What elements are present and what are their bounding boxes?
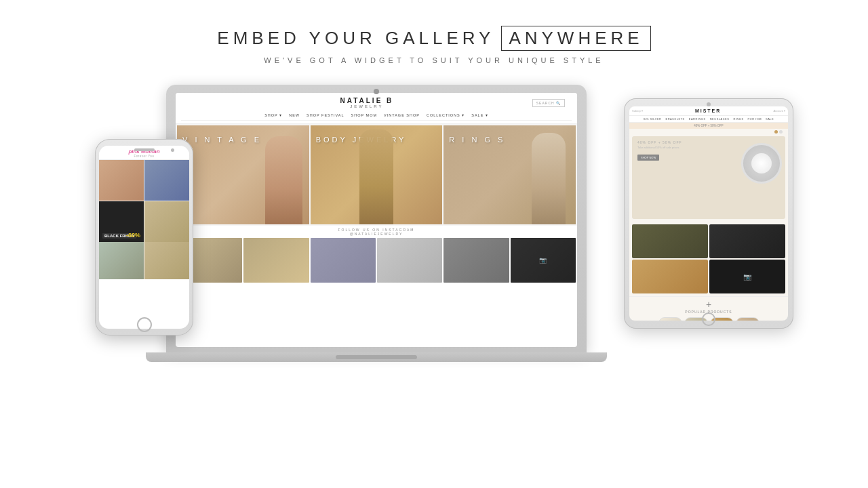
insta-overlay: 📷: [511, 238, 576, 283]
tablet-nav: Subtop ▾ MISTER Account ▾: [629, 106, 788, 116]
phone-grid: BLACK FRIDAY -60%: [99, 160, 189, 242]
laptop-search[interactable]: SEARCH 🔍: [532, 99, 565, 107]
insta-thumb-6: 📷: [511, 238, 576, 283]
tablet-ring-inner: [751, 153, 772, 174]
product-4[interactable]: [736, 317, 760, 321]
tablet-outer: Subtop ▾ MISTER Account ▾ 925 SILVER BRA…: [624, 98, 793, 329]
hero-panel-body: BODY JEWELRY: [311, 125, 443, 224]
tablet-cell-1: [632, 224, 708, 258]
phone-cell-1: [99, 160, 144, 201]
phone-cell-3: BLACK FRIDAY -60%: [99, 201, 144, 242]
insta-thumb-3: [311, 238, 376, 283]
headline-boxed: ANYWHERE: [501, 26, 650, 51]
phone-outer: pink woman Forever You BLACK FRIDAY -60%: [95, 139, 193, 336]
insta-thumb-5: [443, 238, 509, 283]
product-1[interactable]: [658, 317, 682, 321]
figure-shape-1: [265, 136, 302, 224]
instagram-icon: 📷: [743, 273, 751, 281]
tablet-promo: 40% OFF + 50% OFF Take additional 50% of…: [632, 136, 785, 219]
phone-camera: [171, 148, 174, 152]
laptop-camera: [374, 89, 379, 94]
tablet-home-button[interactable]: [702, 312, 715, 326]
laptop: NATALIE B JEWELRY SEARCH 🔍 SHOP ▾ NEW SH…: [166, 85, 587, 376]
figure-shape-3: [532, 133, 566, 224]
tablet-image-grid: 📷: [629, 222, 788, 296]
subheadline: WE'VE GOT A WIDGET TO SUIT YOUR UNIQUE S…: [217, 56, 650, 64]
hero-panel-rings: R I N G S: [443, 125, 576, 224]
phone-cell-2: [144, 160, 189, 201]
tablet-sale-banner: 40% OFF + 50% OFF: [629, 123, 788, 129]
dot-2: [779, 130, 783, 134]
phone-cell-4: [144, 201, 189, 242]
insta-thumb-2: [243, 238, 309, 283]
hero-panel-vintage: V I N T A G E: [177, 125, 309, 224]
figure-shape-2: [359, 129, 393, 224]
hero-text-vintage: V I N T A G E: [182, 136, 262, 144]
instagram-label: FOLLOW US ON INSTAGRAM @NATALIEJEWELRY: [176, 226, 577, 237]
devices-container: NATALIE B JEWELRY SEARCH 🔍 SHOP ▾ NEW SH…: [61, 78, 807, 451]
tablet-ring-image: [741, 143, 782, 184]
laptop-nav-links: SHOP ▾ NEW SHOP FESTIVAL SHOP MOM VINTAG…: [181, 110, 572, 121]
tablet-main: 40% OFF + 50% OFF Take additional 50% of…: [629, 134, 788, 222]
laptop-base: [146, 352, 607, 362]
headline-text: EMBED YOUR GALLERY: [217, 28, 494, 49]
tablet-dots: [629, 129, 788, 134]
tablet-camera: [707, 102, 711, 106]
insta-thumb-4: [377, 238, 442, 283]
tablet-cell-3: [632, 260, 708, 293]
next-arrow[interactable]: ›: [762, 321, 764, 321]
laptop-hero: V I N T A G E BODY JEWELRY R I N G S: [176, 124, 577, 226]
plus-icon: +: [629, 300, 788, 309]
headline: EMBED YOUR GALLERY ANYWHERE: [217, 26, 650, 51]
laptop-screen: NATALIE B JEWELRY SEARCH 🔍 SHOP ▾ NEW SH…: [176, 93, 577, 347]
tablet: Subtop ▾ MISTER Account ▾ 925 SILVER BRA…: [624, 98, 793, 329]
phone-screen: pink woman Forever You BLACK FRIDAY -60%: [99, 146, 189, 329]
laptop-brand: NATALIE B: [340, 97, 393, 104]
tablet-screen: Subtop ▾ MISTER Account ▾ 925 SILVER BRA…: [629, 106, 788, 321]
prev-arrow[interactable]: ‹: [654, 321, 656, 321]
phone-logo-sub: Forever You: [99, 155, 189, 158]
hero-text-rings: R I N G S: [449, 136, 505, 144]
tablet-cell-4: 📷: [709, 260, 785, 293]
instagram-grid: 📷: [176, 237, 577, 284]
laptop-nav: NATALIE B JEWELRY SEARCH 🔍 SHOP ▾ NEW SH…: [176, 93, 577, 124]
phone-home-button[interactable]: [137, 317, 152, 332]
dot-1: [774, 130, 778, 134]
laptop-outer: NATALIE B JEWELRY SEARCH 🔍 SHOP ▾ NEW SH…: [166, 85, 587, 352]
tablet-brand: MISTER: [695, 108, 721, 113]
header-section: EMBED YOUR GALLERY ANYWHERE WE'VE GOT A …: [217, 26, 650, 64]
tablet-nav-links: 925 SILVER BRACELETS EARRINGS NECKLACES …: [629, 116, 788, 123]
phone-speaker: [134, 148, 155, 151]
laptop-brand-sub: JEWELRY: [340, 104, 393, 108]
tablet-cell-2: [709, 224, 785, 258]
phone: pink woman Forever You BLACK FRIDAY -60%: [95, 139, 193, 336]
discount-badge: -60%: [126, 232, 140, 239]
